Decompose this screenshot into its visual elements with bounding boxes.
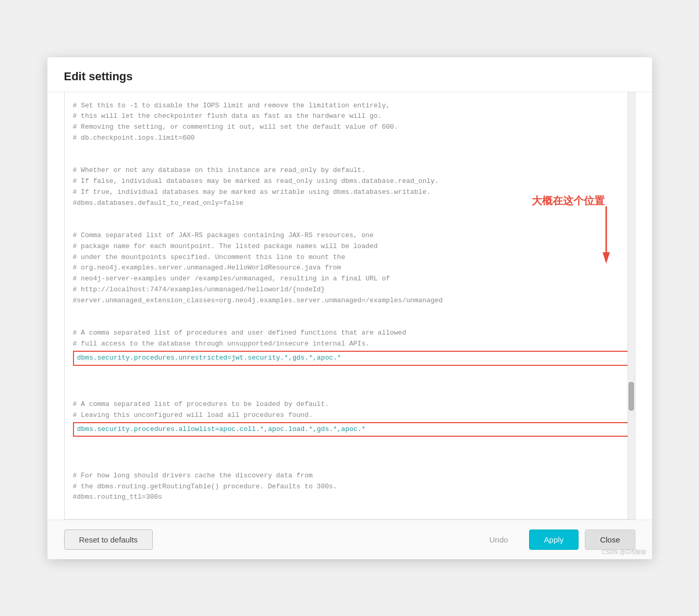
scrollbar-track[interactable] bbox=[628, 92, 635, 519]
dialog-header: Edit settings bbox=[47, 57, 652, 92]
reset-to-defaults-button[interactable]: Reset to defaults bbox=[64, 529, 153, 550]
dialog-body: # Set this to -1 to disable the IOPS lim… bbox=[47, 92, 652, 520]
editor-content[interactable]: # Set this to -1 to disable the IOPS lim… bbox=[65, 92, 635, 519]
footer-left: Reset to defaults bbox=[64, 529, 153, 550]
dialog-footer: Reset to defaults Undo Apply Close bbox=[47, 520, 652, 559]
dialog-title: Edit settings bbox=[64, 70, 133, 83]
scrollbar-thumb[interactable] bbox=[629, 382, 634, 411]
undo-button: Undo bbox=[475, 530, 523, 549]
footer-right: Undo Apply Close bbox=[475, 529, 635, 550]
close-button[interactable]: Close bbox=[585, 529, 635, 550]
edit-settings-dialog: Edit settings # Set this to -1 to disabl… bbox=[47, 57, 652, 559]
editor-wrapper: # Set this to -1 to disable the IOPS lim… bbox=[64, 92, 635, 520]
watermark: CSDN @GIS辣味 bbox=[602, 548, 646, 556]
apply-button[interactable]: Apply bbox=[529, 529, 579, 550]
